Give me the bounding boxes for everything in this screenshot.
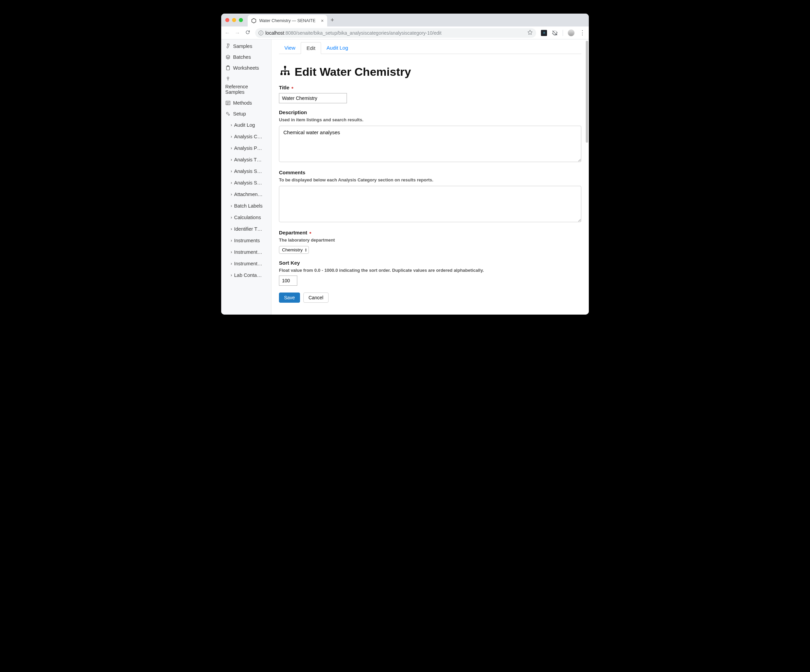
help-description: Used in item listings and search results… [279,117,581,122]
react-devtools-icon[interactable]: ⚛ [541,30,547,36]
sidebar-sub-instrument-b[interactable]: ›Instrument… [221,258,271,269]
sidebar-sub-analysis-p[interactable]: ›Analysis P… [221,142,271,154]
toolbar-divider [563,30,563,36]
browser-tab-active[interactable]: Water Chemistry — SENAITE × [248,15,327,27]
chevron-right-icon: › [231,238,232,243]
reload-button[interactable] [245,30,250,36]
label-description: Description [279,110,307,115]
chevron-right-icon: › [231,157,232,162]
sidebar-label: Worksheets [233,65,259,71]
department-select[interactable]: Chemistry ▲▼ [279,246,309,254]
sidebar-sub-instruments[interactable]: ›Instruments [221,235,271,246]
select-arrows-icon: ▲▼ [305,248,307,252]
clipboard-icon [225,65,231,71]
sidebar-item-reference-samples[interactable]: Reference Samples [221,73,271,98]
window-controls [225,18,243,22]
tab-audit-log[interactable]: Audit Log [321,42,353,54]
hexagon-icon [251,18,256,24]
svg-rect-7 [284,66,286,68]
sidebar-item-batches[interactable]: Batches [221,52,271,62]
sidebar-sub-attachments[interactable]: ›Attachmen… [221,189,271,200]
chevron-right-icon: › [231,123,232,127]
bookmark-star-icon[interactable] [527,30,533,36]
sitemap-icon [279,65,291,78]
back-button[interactable]: ← [224,30,230,36]
url-text: localhost:8080/senaite/bika_setup/bika_a… [265,30,441,35]
sidebar-item-worksheets[interactable]: Worksheets [221,62,271,73]
sidebar-sub-batch-labels[interactable]: ›Batch Labels [221,200,271,212]
cancel-button[interactable]: Cancel [304,292,329,303]
chevron-right-icon: › [231,134,232,139]
scrollbar[interactable] [586,41,588,143]
department-selected-value: Chemistry [282,247,303,252]
sidebar-item-samples[interactable]: Samples [221,41,271,52]
sidebar-sub-analysis-s1[interactable]: ›Analysis S… [221,165,271,177]
help-sort-key: Float value from 0.0 - 1000.0 indicating… [279,268,581,273]
chevron-right-icon: › [231,181,232,185]
maximize-window[interactable] [239,18,243,22]
tab-title: Water Chemistry — SENAITE [259,19,316,23]
chevron-right-icon: › [231,169,232,174]
content-tabs: View Edit Audit Log [279,39,581,54]
label-title: Title [279,84,290,90]
app-body: Samples Batches Worksheets Reference Sam… [221,39,589,315]
chevron-right-icon: › [231,146,232,150]
browser-tab-bar: Water Chemistry — SENAITE × + [221,14,589,27]
sort-key-input[interactable] [279,275,297,286]
sidebar-sub-analysis-s2[interactable]: ›Analysis S… [221,177,271,189]
description-textarea[interactable] [279,126,581,162]
close-window[interactable] [225,18,230,22]
browser-window: Water Chemistry — SENAITE × + ← → i loca… [221,14,589,315]
site-info-icon[interactable]: i [258,30,263,35]
close-tab-icon[interactable]: × [321,18,324,24]
help-comments: To be displayed below each Analysis Cate… [279,177,581,182]
help-department: The laboratory department [279,238,581,243]
label-department: Department [279,230,307,235]
sidebar-item-setup[interactable]: Setup [221,108,271,119]
svg-rect-8 [281,73,283,75]
field-sort-key: Sort Key Float value from 0.0 - 1000.0 i… [279,260,581,286]
label-sort-key: Sort Key [279,260,300,266]
sidebar-label: Batches [233,54,251,60]
svg-rect-4 [226,101,230,105]
field-title: Title • [279,84,581,103]
sidebar-sub-instrument-a[interactable]: ›Instrument… [221,246,271,258]
sidebar-label: Methods [233,100,252,106]
sidebar-sub-audit-log[interactable]: ›Audit Log [221,119,271,131]
minimize-window[interactable] [232,18,236,22]
main-content: View Edit Audit Log Edit Water Chemistry… [272,39,589,315]
svg-rect-10 [288,73,290,75]
address-bar-row: ← → i localhost:8080/senaite/bika_setup/… [221,27,589,39]
sync-off-icon[interactable] [552,30,558,36]
sidebar-item-methods[interactable]: Methods [221,98,271,108]
browser-menu-icon[interactable]: ⋮ [579,32,586,34]
sidebar-sub-analysis-c[interactable]: ›Analysis C… [221,131,271,142]
chevron-right-icon: › [231,250,232,255]
title-input[interactable] [279,93,347,103]
sidebar-sub-analysis-t[interactable]: ›Analysis T… [221,154,271,165]
sidebar-sub-lab-contacts[interactable]: ›Lab Conta… [221,269,271,281]
forward-button: → [235,30,240,36]
form-buttons: Save Cancel [279,292,581,303]
sidebar-label: Samples [233,44,252,49]
comments-textarea[interactable] [279,186,581,222]
required-indicator: • [292,86,294,89]
new-tab-button[interactable]: + [331,17,334,24]
chevron-right-icon: › [231,192,232,197]
sidebar-sub-identifier-t[interactable]: ›Identifier T… [221,223,271,235]
page-title-row: Edit Water Chemistry [279,65,581,78]
chevron-right-icon: › [231,226,232,231]
svg-point-3 [227,77,229,79]
chevron-right-icon: › [231,204,232,208]
sidebar-sub-calculations[interactable]: ›Calculations [221,212,271,223]
chevron-right-icon: › [231,273,232,278]
field-description: Description Used in item listings and se… [279,110,581,164]
omnibox[interactable]: i localhost:8080/senaite/bika_setup/bika… [255,28,536,38]
tab-view[interactable]: View [279,42,301,54]
tab-edit[interactable]: Edit [301,42,321,54]
chevron-right-icon: › [231,261,232,266]
layers-icon [225,54,231,60]
save-button[interactable]: Save [279,292,300,303]
sidebar: Samples Batches Worksheets Reference Sam… [221,39,272,315]
profile-avatar[interactable] [568,30,575,36]
